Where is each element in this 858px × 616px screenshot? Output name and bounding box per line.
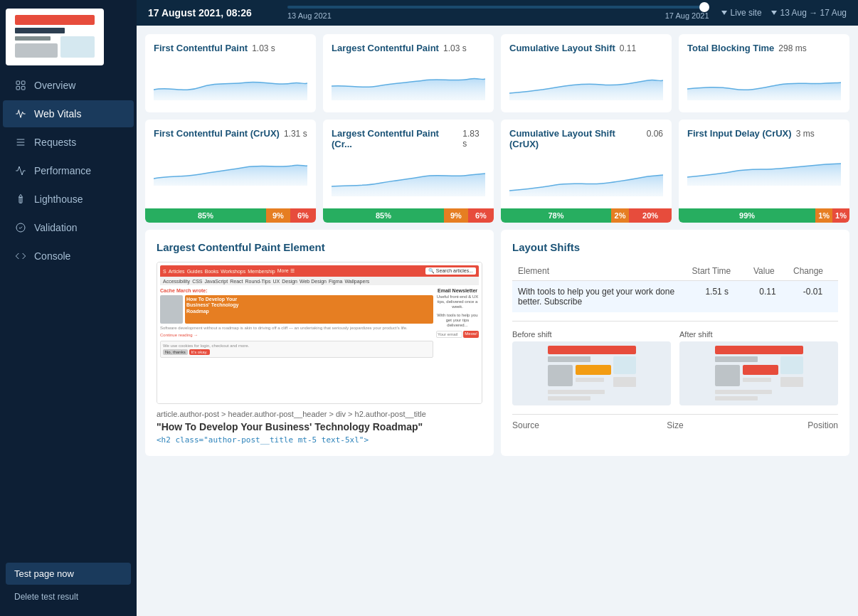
bottom-col-source: Source: [512, 420, 621, 430]
metric-value-lcp: 1.03 s: [443, 43, 467, 53]
sidebar-item-lighthouse[interactable]: Lighthouse: [3, 186, 134, 213]
metric-chart-fcp-crux: [154, 143, 307, 204]
metric-title-cls-crux: Cumulative Layout Shift (CrUX): [509, 128, 642, 149]
svg-rect-7: [21, 81, 25, 85]
lcp-heading: "How To Develop Your Business' Technolog…: [157, 421, 482, 432]
metric-header-fcp: First Contentful Paint 1.03 s: [154, 43, 307, 53]
lcp-panel: Largest Contentful Paint Element S Artic…: [145, 230, 494, 456]
svg-rect-20: [548, 356, 590, 362]
list-icon: [14, 136, 27, 149]
badge-row-lcp-crux: 85% 9% 6%: [323, 208, 494, 223]
svg-rect-19: [548, 346, 636, 354]
metric-inner-cls-crux: Cumulative Layout Shift (CrUX) 0.06: [501, 120, 672, 208]
badge-orange-lcp-crux: 9%: [444, 208, 468, 223]
sidebar-item-console[interactable]: Console: [3, 243, 134, 270]
screenshot-thumb: [160, 295, 183, 324]
col-start-time: Start Time: [687, 262, 748, 281]
sidebar-item-overview[interactable]: Overview: [3, 72, 134, 99]
metric-chart-cls: [509, 58, 663, 104]
metric-title-cls: Cumulative Layout Shift: [509, 43, 615, 53]
after-shift-image: [679, 341, 838, 405]
cell-value: 0.11: [748, 281, 788, 313]
svg-rect-29: [715, 346, 803, 354]
timeline-thumb[interactable]: [699, 2, 709, 12]
svg-rect-5: [60, 36, 95, 58]
metric-chart-fid-crux: [687, 143, 841, 204]
svg-rect-32: [743, 365, 778, 375]
content-area: First Contentful Paint 1.03 s Largest Co…: [137, 26, 858, 616]
timeline-labels: 13 Aug 2021 17 Aug 2021: [287, 11, 709, 20]
newsletter-input[interactable]: [436, 331, 462, 338]
metric-value-cls-crux: 0.06: [647, 129, 663, 139]
delete-result-link[interactable]: Delete test result: [6, 589, 131, 605]
sidebar-item-label: Validation: [34, 222, 77, 233]
metric-card-fcp: First Contentful Paint 1.03 s: [145, 34, 316, 112]
screenshot-content: Cache March wrote: How To Develop YourBu…: [160, 285, 479, 361]
metric-chart-cls-crux: [509, 154, 663, 204]
sidebar-item-performance[interactable]: Performance: [3, 157, 134, 184]
svg-rect-25: [548, 396, 590, 400]
svg-rect-31: [715, 365, 740, 386]
before-shift-label: Before shift: [512, 330, 671, 339]
metric-value-cls: 0.11: [620, 43, 636, 53]
grid-icon: [14, 79, 27, 92]
svg-rect-36: [780, 356, 803, 374]
cell-change: -0.01: [788, 281, 838, 313]
badge-orange-fcp-crux: 9%: [266, 208, 290, 223]
svg-rect-8: [16, 86, 20, 90]
after-shift-box: After shift: [679, 330, 838, 405]
metric-title-lcp-crux: Largest Contentful Paint (Cr...: [332, 128, 458, 149]
svg-rect-27: [613, 377, 636, 387]
metric-inner-fcp-crux: First Contentful Paint (CrUX) 1.31 s: [145, 120, 316, 208]
sidebar-item-label: Lighthouse: [34, 193, 83, 205]
metric-value-fid-crux: 3 ms: [796, 129, 815, 139]
col-element: Element: [512, 262, 687, 281]
code-icon: [14, 250, 27, 262]
metric-header-cls-crux: Cumulative Layout Shift (CrUX) 0.06: [509, 128, 663, 149]
metric-chart-lcp-crux: [332, 154, 485, 204]
metric-card-tbt: Total Blocking Time 298 ms: [679, 34, 849, 112]
sidebar-item-requests[interactable]: Requests: [3, 129, 134, 156]
svg-rect-34: [715, 390, 772, 394]
cell-element: With tools to help you get your work don…: [512, 281, 687, 313]
svg-rect-1: [15, 15, 95, 25]
sidebar-bottom: Test page now Delete test result: [0, 554, 137, 616]
col-value: Value: [748, 262, 788, 281]
header-date: 17 August 2021, 08:26: [148, 7, 276, 18]
badge-red-cls-crux: 20%: [629, 208, 672, 223]
metric-header-fid-crux: First Input Delay (CrUX) 3 ms: [687, 128, 841, 139]
svg-rect-2: [15, 28, 65, 33]
metric-card-lcp-crux: Largest Contentful Paint (Cr... 1.83 s 8…: [323, 120, 494, 223]
metric-header-lcp-crux: Largest Contentful Paint (Cr... 1.83 s: [332, 128, 485, 149]
bottom-col-size: Size: [621, 420, 730, 430]
header-timeline: 13 Aug 2021 17 Aug 2021: [287, 6, 709, 20]
metric-title-fid-crux: First Input Delay (CrUX): [687, 128, 792, 139]
sidebar-item-web-vitals[interactable]: Web Vitals: [3, 100, 134, 127]
pulse-icon: [14, 107, 27, 120]
metric-value-lcp-crux: 1.83 s: [462, 129, 485, 149]
sidebar-item-label: Performance: [34, 165, 91, 176]
screenshot-right: Email Newsletter Useful front-end & UX t…: [436, 288, 479, 358]
test-page-button[interactable]: Test page now: [6, 563, 131, 585]
bottom-columns-row: Source Size Position: [512, 414, 838, 430]
metric-card-fcp-crux: First Contentful Paint (CrUX) 1.31 s 85%…: [145, 120, 316, 223]
sidebar-item-validation[interactable]: Validation: [3, 214, 134, 241]
crux-metrics-grid: First Contentful Paint (CrUX) 1.31 s 85%…: [145, 120, 849, 223]
svg-rect-23: [576, 378, 604, 382]
svg-rect-4: [15, 43, 58, 58]
badge-red-fid-crux: 1%: [832, 208, 849, 223]
live-site-control[interactable]: Live site: [721, 8, 762, 18]
svg-rect-33: [743, 378, 771, 382]
lcp-breadcrumb: article.author-post > header.author-post…: [157, 410, 482, 418]
badge-green-fcp-crux: 85%: [145, 208, 266, 223]
badge-red-lcp-crux: 6%: [468, 208, 494, 223]
chart-icon: [14, 164, 27, 177]
badge-orange-cls-crux: 2%: [611, 208, 629, 223]
table-row: With tools to help you get your work don…: [512, 281, 838, 313]
layout-shifts-panel: Layout Shifts Element Start Time Value C…: [501, 230, 849, 456]
main-content: 17 August 2021, 08:26 13 Aug 2021 17 Aug…: [137, 0, 858, 616]
sidebar-item-label: Overview: [34, 80, 75, 91]
metric-title-fcp: First Contentful Paint: [154, 43, 248, 53]
svg-rect-21: [548, 365, 573, 386]
date-range-control[interactable]: 13 Aug → 17 Aug: [770, 8, 847, 18]
